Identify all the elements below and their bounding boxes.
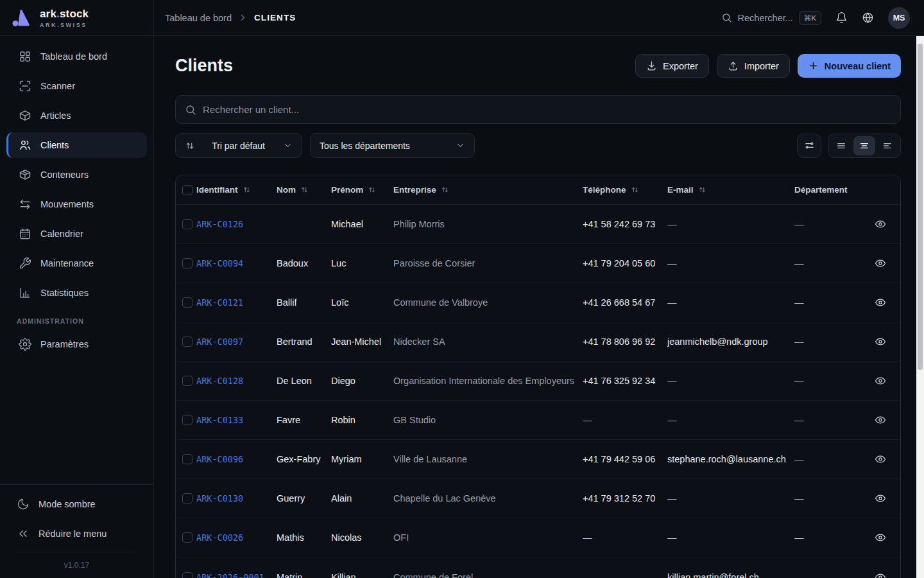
sort-arrows-icon[interactable] xyxy=(441,186,449,194)
sidebar-item-conteneurs[interactable]: Conteneurs xyxy=(6,162,147,188)
row-checkbox[interactable] xyxy=(182,532,193,543)
client-search-container xyxy=(175,95,901,124)
client-id-link[interactable]: ARK-C0133 xyxy=(196,415,277,425)
client-id-link[interactable]: ARK-C0097 xyxy=(196,337,277,347)
client-id-link[interactable]: ARK-C0128 xyxy=(196,376,277,386)
view-client-button[interactable] xyxy=(873,217,887,231)
view-client-button[interactable] xyxy=(873,452,887,466)
view-client-button[interactable] xyxy=(873,256,887,270)
sidebar-item-parametres[interactable]: Paramètres xyxy=(6,331,147,357)
bell-icon xyxy=(835,12,848,24)
client-lastname: Guerry xyxy=(277,493,331,504)
client-id-link[interactable]: ARK-C0096 xyxy=(196,454,277,464)
client-id-link[interactable]: ARK-C0094 xyxy=(196,258,277,268)
eye-icon xyxy=(875,336,886,347)
density-normal-button[interactable] xyxy=(853,136,875,155)
table-row: ARK-C0026 Mathis Nicolas OFI — — — xyxy=(176,518,900,557)
client-company: Organisation Internationale des Employeu… xyxy=(393,376,583,386)
row-checkbox[interactable] xyxy=(182,415,193,425)
client-company: Chapelle du Lac Genève xyxy=(393,493,583,504)
client-phone: +41 79 312 52 70 xyxy=(583,493,667,504)
app-version: v1.0.17 xyxy=(64,561,89,570)
scrollbar-thumb[interactable] xyxy=(918,44,923,370)
import-button[interactable]: Importer xyxy=(717,54,790,78)
client-id-link[interactable]: ARK-2026-0001 xyxy=(196,572,277,578)
density-comfortable-button[interactable] xyxy=(830,136,852,155)
shortcut-badge: ⌘K xyxy=(799,11,821,25)
sort-arrows-icon[interactable] xyxy=(243,186,251,194)
sidebar-item-articles[interactable]: Articles xyxy=(6,103,147,128)
row-checkbox[interactable] xyxy=(182,297,193,308)
sort-arrows-icon[interactable] xyxy=(698,186,706,194)
sort-dropdown[interactable]: Tri par défaut xyxy=(175,133,302,158)
client-phone: +41 79 204 05 60 xyxy=(583,258,667,268)
client-firstname: Loïc xyxy=(331,297,393,308)
client-id-link[interactable]: ARK-C0126 xyxy=(196,219,277,229)
sort-arrows-icon[interactable] xyxy=(631,186,639,194)
column-header-nom: Nom xyxy=(277,185,296,195)
sidebar-item-dashboard[interactable]: Tableau de bord xyxy=(6,44,147,69)
search-icon xyxy=(185,104,196,116)
client-id-link[interactable]: ARK-C0026 xyxy=(196,532,277,543)
notifications-button[interactable] xyxy=(835,12,848,24)
row-checkbox[interactable] xyxy=(182,219,193,229)
client-company: GB Studio xyxy=(393,415,583,425)
sort-arrows-icon[interactable] xyxy=(368,186,376,194)
collapse-menu-button[interactable]: Réduire le menu xyxy=(6,521,147,547)
sort-arrows-icon[interactable] xyxy=(300,186,309,194)
breadcrumb-dashboard[interactable]: Tableau de bord xyxy=(165,13,232,23)
density-compact-button[interactable] xyxy=(877,136,898,155)
sidebar-item-calendrier[interactable]: Calendrier xyxy=(6,221,147,247)
client-lastname: Favre xyxy=(277,415,331,425)
view-client-button[interactable] xyxy=(873,413,887,427)
new-client-button[interactable]: Nouveau client xyxy=(798,54,901,78)
select-all-checkbox[interactable] xyxy=(182,185,193,195)
row-checkbox[interactable] xyxy=(182,572,193,578)
lines-left-icon xyxy=(882,141,893,151)
view-client-button[interactable] xyxy=(873,374,887,388)
client-phone: +41 78 806 96 92 xyxy=(583,337,667,347)
client-id-link[interactable]: ARK-C0130 xyxy=(196,493,277,504)
dark-mode-toggle[interactable]: Mode sombre xyxy=(6,491,147,517)
client-email: — xyxy=(667,415,794,425)
wrench-icon xyxy=(19,257,31,270)
clients-page: Clients Exporter Importer Nouveau client xyxy=(154,36,924,578)
sidebar-item-scanner[interactable]: Scanner xyxy=(6,73,147,99)
sidebar-item-clients[interactable]: Clients xyxy=(6,132,147,158)
view-client-button[interactable] xyxy=(873,570,887,578)
language-button[interactable] xyxy=(862,12,874,24)
vertical-scrollbar[interactable] xyxy=(916,36,924,578)
table-row: ARK-C0133 Favre Robin GB Studio — — — xyxy=(176,401,900,440)
sidebar-item-maintenance[interactable]: Maintenance xyxy=(6,250,147,276)
breadcrumb: Tableau de bord CLIENTS xyxy=(165,13,296,23)
bar-chart-icon xyxy=(19,286,31,299)
department-filter-dropdown[interactable]: Tous les départements xyxy=(310,133,475,158)
brand-logo[interactable]: ark.stock ARK.SWISS xyxy=(0,0,153,36)
column-settings-button[interactable] xyxy=(797,134,821,158)
view-client-button[interactable] xyxy=(873,295,887,310)
row-density-toggle xyxy=(828,134,901,158)
client-id-link[interactable]: ARK-C0121 xyxy=(196,297,277,308)
client-firstname: Diego xyxy=(331,376,393,386)
view-client-button[interactable] xyxy=(873,491,887,505)
client-search-input[interactable] xyxy=(203,104,891,115)
view-client-button[interactable] xyxy=(873,335,887,349)
row-checkbox[interactable] xyxy=(182,258,193,268)
row-checkbox[interactable] xyxy=(182,337,193,347)
export-button[interactable]: Exporter xyxy=(635,54,709,78)
sliders-icon xyxy=(804,140,815,151)
global-search-button[interactable]: Rechercher... ⌘K xyxy=(721,11,821,25)
sidebar-item-statistiques[interactable]: Statistiques xyxy=(6,280,147,306)
client-email: — xyxy=(667,532,794,543)
row-checkbox[interactable] xyxy=(182,493,193,504)
client-lastname: Ballif xyxy=(277,297,331,308)
view-client-button[interactable] xyxy=(873,530,887,545)
chevrons-left-icon xyxy=(17,527,30,540)
sidebar-item-mouvements[interactable]: Mouvements xyxy=(6,191,147,217)
moon-icon xyxy=(17,498,30,511)
main-column: Tableau de bord CLIENTS Rechercher... ⌘K… xyxy=(154,0,924,578)
user-avatar[interactable]: MS xyxy=(888,7,910,29)
row-checkbox[interactable] xyxy=(182,376,193,386)
client-phone: — xyxy=(583,415,667,425)
row-checkbox[interactable] xyxy=(182,454,193,464)
